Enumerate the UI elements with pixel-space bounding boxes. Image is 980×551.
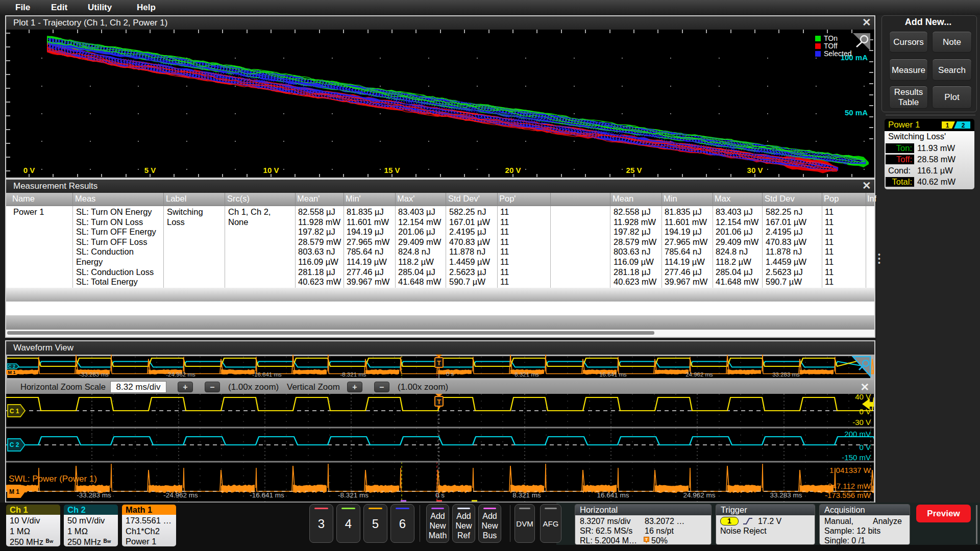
svg-text:-33.283 ms: -33.283 ms [77,491,111,499]
svg-text:TOn: TOn [824,34,838,42]
svg-text:25 V: 25 V [626,166,642,174]
svg-text:16.641 ms: 16.641 ms [597,491,629,499]
svg-text:SWL: Power (Power 1): SWL: Power (Power 1) [9,474,97,484]
svg-text:8.321 ms: 8.321 ms [514,371,539,378]
svg-text:1.041337 W: 1.041337 W [829,466,871,474]
svg-text:24.962 ms: 24.962 ms [683,491,715,499]
svg-text:TOff: TOff [824,42,838,50]
svg-text:0 s: 0 s [435,491,445,499]
svg-text:-24.962 ms: -24.962 ms [163,491,198,499]
svg-text:-173.556 mW: -173.556 mW [825,491,871,499]
svg-text:M 1: M 1 [8,370,15,375]
svg-text:-8.321 ms: -8.321 ms [338,491,369,499]
svg-text:33.283 ms: 33.283 ms [770,491,802,499]
svg-text:-24.962 ms: -24.962 ms [166,371,195,378]
svg-text:24.962 ms: 24.962 ms [685,371,713,378]
svg-text:1: 1 [946,122,949,129]
svg-text:C 2: C 2 [10,441,19,448]
svg-text:16.641 ms: 16.641 ms [599,371,627,378]
svg-text:-30 V: -30 V [852,418,871,427]
svg-text:5 V: 5 V [144,166,156,174]
svg-text:347.112 mW: 347.112 mW [828,482,871,490]
svg-text:-33.283 ms: -33.283 ms [79,371,109,378]
svg-text:8.321 ms: 8.321 ms [512,491,541,499]
svg-text:0 V: 0 V [23,166,35,174]
svg-text:30 V: 30 V [747,166,763,174]
svg-text:-150 mV: -150 mV [842,453,871,462]
svg-text:-16.641 ms: -16.641 ms [252,371,282,378]
svg-text:10 V: 10 V [263,166,279,174]
svg-text:20 V: 20 V [505,166,521,174]
svg-text:0 s: 0 s [446,371,454,377]
svg-text:2: 2 [962,122,965,129]
svg-text:200 mV: 200 mV [844,430,871,438]
svg-text:T: T [437,398,442,406]
svg-text:15 V: 15 V [384,166,400,174]
svg-text:0 V: 0 V [859,443,871,452]
svg-text:33.283 ms: 33.283 ms [772,371,800,378]
svg-text:C 2: C 2 [8,364,15,369]
svg-text:50 mA: 50 mA [845,108,868,117]
svg-text:-16.641 ms: -16.641 ms [250,491,284,499]
svg-text:C 1: C 1 [10,408,19,415]
svg-text:Selected: Selected [824,49,851,58]
svg-text:-8.321 ms: -8.321 ms [340,371,366,378]
svg-text:T: T [437,359,441,367]
svg-text:M 1: M 1 [9,488,19,495]
svg-text:T: T [645,537,648,542]
